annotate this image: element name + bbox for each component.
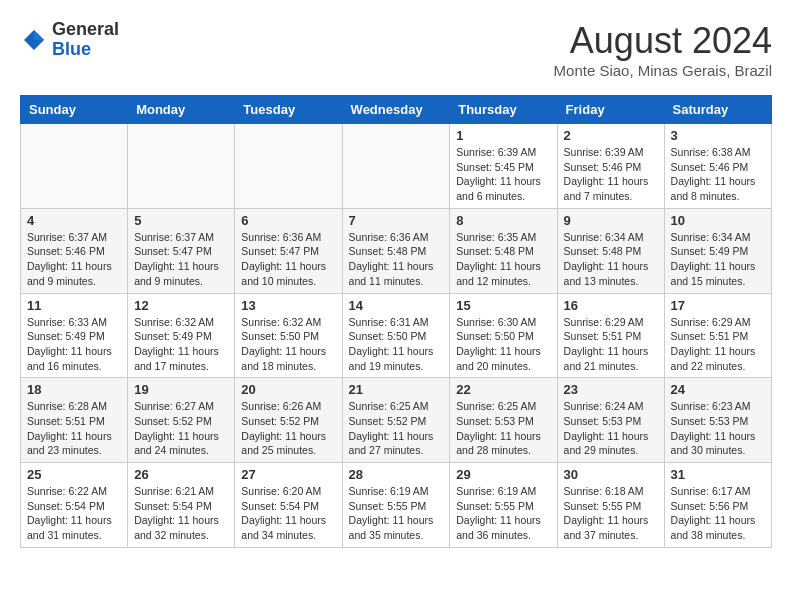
day-number: 1 <box>456 128 550 143</box>
page-header: General Blue August 2024 Monte Siao, Min… <box>20 20 772 79</box>
day-info: Sunrise: 6:21 AM Sunset: 5:54 PM Dayligh… <box>134 484 228 543</box>
day-info: Sunrise: 6:26 AM Sunset: 5:52 PM Dayligh… <box>241 399 335 458</box>
day-number: 30 <box>564 467 658 482</box>
day-info: Sunrise: 6:39 AM Sunset: 5:46 PM Dayligh… <box>564 145 658 204</box>
weekday-header: Sunday <box>21 96 128 124</box>
day-number: 27 <box>241 467 335 482</box>
weekday-header: Tuesday <box>235 96 342 124</box>
day-number: 5 <box>134 213 228 228</box>
day-info: Sunrise: 6:32 AM Sunset: 5:49 PM Dayligh… <box>134 315 228 374</box>
calendar-header: SundayMondayTuesdayWednesdayThursdayFrid… <box>21 96 772 124</box>
day-info: Sunrise: 6:35 AM Sunset: 5:48 PM Dayligh… <box>456 230 550 289</box>
svg-marker-1 <box>34 30 44 40</box>
day-number: 16 <box>564 298 658 313</box>
day-number: 8 <box>456 213 550 228</box>
calendar-cell: 7Sunrise: 6:36 AM Sunset: 5:48 PM Daylig… <box>342 208 450 293</box>
calendar-week-row: 11Sunrise: 6:33 AM Sunset: 5:49 PM Dayli… <box>21 293 772 378</box>
day-info: Sunrise: 6:20 AM Sunset: 5:54 PM Dayligh… <box>241 484 335 543</box>
day-info: Sunrise: 6:32 AM Sunset: 5:50 PM Dayligh… <box>241 315 335 374</box>
calendar-cell: 13Sunrise: 6:32 AM Sunset: 5:50 PM Dayli… <box>235 293 342 378</box>
calendar-cell: 12Sunrise: 6:32 AM Sunset: 5:49 PM Dayli… <box>128 293 235 378</box>
day-number: 13 <box>241 298 335 313</box>
weekday-header: Friday <box>557 96 664 124</box>
day-info: Sunrise: 6:29 AM Sunset: 5:51 PM Dayligh… <box>564 315 658 374</box>
calendar-cell: 15Sunrise: 6:30 AM Sunset: 5:50 PM Dayli… <box>450 293 557 378</box>
day-info: Sunrise: 6:39 AM Sunset: 5:45 PM Dayligh… <box>456 145 550 204</box>
calendar-cell: 3Sunrise: 6:38 AM Sunset: 5:46 PM Daylig… <box>664 124 771 209</box>
day-number: 4 <box>27 213 121 228</box>
calendar-table: SundayMondayTuesdayWednesdayThursdayFrid… <box>20 95 772 548</box>
calendar-week-row: 25Sunrise: 6:22 AM Sunset: 5:54 PM Dayli… <box>21 463 772 548</box>
title-block: August 2024 Monte Siao, Minas Gerais, Br… <box>554 20 772 79</box>
day-number: 22 <box>456 382 550 397</box>
day-number: 28 <box>349 467 444 482</box>
day-number: 19 <box>134 382 228 397</box>
day-info: Sunrise: 6:29 AM Sunset: 5:51 PM Dayligh… <box>671 315 765 374</box>
calendar-week-row: 4Sunrise: 6:37 AM Sunset: 5:46 PM Daylig… <box>21 208 772 293</box>
calendar-cell: 16Sunrise: 6:29 AM Sunset: 5:51 PM Dayli… <box>557 293 664 378</box>
day-number: 25 <box>27 467 121 482</box>
calendar-cell: 1Sunrise: 6:39 AM Sunset: 5:45 PM Daylig… <box>450 124 557 209</box>
weekday-header: Thursday <box>450 96 557 124</box>
day-number: 29 <box>456 467 550 482</box>
calendar-week-row: 1Sunrise: 6:39 AM Sunset: 5:45 PM Daylig… <box>21 124 772 209</box>
calendar-cell <box>235 124 342 209</box>
logo-blue-text: Blue <box>52 40 119 60</box>
day-number: 18 <box>27 382 121 397</box>
calendar-cell: 30Sunrise: 6:18 AM Sunset: 5:55 PM Dayli… <box>557 463 664 548</box>
day-info: Sunrise: 6:36 AM Sunset: 5:48 PM Dayligh… <box>349 230 444 289</box>
calendar-cell: 18Sunrise: 6:28 AM Sunset: 5:51 PM Dayli… <box>21 378 128 463</box>
calendar-cell: 4Sunrise: 6:37 AM Sunset: 5:46 PM Daylig… <box>21 208 128 293</box>
weekday-header: Wednesday <box>342 96 450 124</box>
calendar-cell: 31Sunrise: 6:17 AM Sunset: 5:56 PM Dayli… <box>664 463 771 548</box>
calendar-cell: 22Sunrise: 6:25 AM Sunset: 5:53 PM Dayli… <box>450 378 557 463</box>
day-number: 10 <box>671 213 765 228</box>
day-number: 20 <box>241 382 335 397</box>
location-title: Monte Siao, Minas Gerais, Brazil <box>554 62 772 79</box>
logo: General Blue <box>20 20 119 60</box>
calendar-cell: 27Sunrise: 6:20 AM Sunset: 5:54 PM Dayli… <box>235 463 342 548</box>
day-number: 3 <box>671 128 765 143</box>
weekday-header: Monday <box>128 96 235 124</box>
day-info: Sunrise: 6:22 AM Sunset: 5:54 PM Dayligh… <box>27 484 121 543</box>
day-number: 14 <box>349 298 444 313</box>
calendar-week-row: 18Sunrise: 6:28 AM Sunset: 5:51 PM Dayli… <box>21 378 772 463</box>
day-number: 26 <box>134 467 228 482</box>
calendar-cell: 21Sunrise: 6:25 AM Sunset: 5:52 PM Dayli… <box>342 378 450 463</box>
logo-general-text: General <box>52 20 119 40</box>
day-info: Sunrise: 6:19 AM Sunset: 5:55 PM Dayligh… <box>349 484 444 543</box>
logo-icon <box>20 26 48 54</box>
day-number: 11 <box>27 298 121 313</box>
day-info: Sunrise: 6:24 AM Sunset: 5:53 PM Dayligh… <box>564 399 658 458</box>
day-info: Sunrise: 6:38 AM Sunset: 5:46 PM Dayligh… <box>671 145 765 204</box>
day-info: Sunrise: 6:19 AM Sunset: 5:55 PM Dayligh… <box>456 484 550 543</box>
day-number: 17 <box>671 298 765 313</box>
day-number: 7 <box>349 213 444 228</box>
day-info: Sunrise: 6:37 AM Sunset: 5:47 PM Dayligh… <box>134 230 228 289</box>
calendar-cell: 20Sunrise: 6:26 AM Sunset: 5:52 PM Dayli… <box>235 378 342 463</box>
day-number: 31 <box>671 467 765 482</box>
calendar-cell: 25Sunrise: 6:22 AM Sunset: 5:54 PM Dayli… <box>21 463 128 548</box>
calendar-cell <box>342 124 450 209</box>
calendar-cell: 23Sunrise: 6:24 AM Sunset: 5:53 PM Dayli… <box>557 378 664 463</box>
day-number: 23 <box>564 382 658 397</box>
weekday-row: SundayMondayTuesdayWednesdayThursdayFrid… <box>21 96 772 124</box>
calendar-cell <box>128 124 235 209</box>
calendar-cell: 8Sunrise: 6:35 AM Sunset: 5:48 PM Daylig… <box>450 208 557 293</box>
day-number: 21 <box>349 382 444 397</box>
calendar-cell: 17Sunrise: 6:29 AM Sunset: 5:51 PM Dayli… <box>664 293 771 378</box>
weekday-header: Saturday <box>664 96 771 124</box>
day-info: Sunrise: 6:27 AM Sunset: 5:52 PM Dayligh… <box>134 399 228 458</box>
day-info: Sunrise: 6:23 AM Sunset: 5:53 PM Dayligh… <box>671 399 765 458</box>
calendar-cell: 10Sunrise: 6:34 AM Sunset: 5:49 PM Dayli… <box>664 208 771 293</box>
day-info: Sunrise: 6:18 AM Sunset: 5:55 PM Dayligh… <box>564 484 658 543</box>
day-info: Sunrise: 6:25 AM Sunset: 5:52 PM Dayligh… <box>349 399 444 458</box>
calendar-cell: 14Sunrise: 6:31 AM Sunset: 5:50 PM Dayli… <box>342 293 450 378</box>
logo-text: General Blue <box>52 20 119 60</box>
day-info: Sunrise: 6:31 AM Sunset: 5:50 PM Dayligh… <box>349 315 444 374</box>
calendar-body: 1Sunrise: 6:39 AM Sunset: 5:45 PM Daylig… <box>21 124 772 548</box>
day-info: Sunrise: 6:36 AM Sunset: 5:47 PM Dayligh… <box>241 230 335 289</box>
calendar-cell: 5Sunrise: 6:37 AM Sunset: 5:47 PM Daylig… <box>128 208 235 293</box>
day-info: Sunrise: 6:17 AM Sunset: 5:56 PM Dayligh… <box>671 484 765 543</box>
calendar-cell: 9Sunrise: 6:34 AM Sunset: 5:48 PM Daylig… <box>557 208 664 293</box>
